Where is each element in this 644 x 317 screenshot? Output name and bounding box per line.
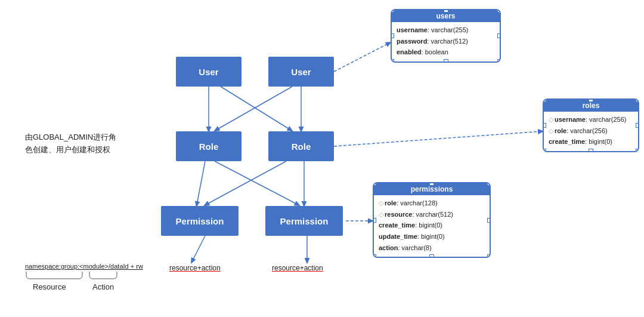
users-field-enabled: enabled: boolean [397, 47, 495, 58]
chinese-description: 由GLOBAL_ADMIN进行角 色创建、用户创建和授权 [25, 131, 129, 156]
role1-node: Role [176, 131, 242, 161]
resource-bottom-label: Resource [33, 282, 66, 291]
users-field-password: password: varchar(512) [397, 36, 495, 47]
permissions-card-body: ◇role: varchar(128) ◇resource: varchar(5… [374, 195, 490, 257]
user1-label: User [199, 67, 218, 77]
role1-label: Role [199, 141, 219, 152]
resource-action2-label: resource+action [272, 264, 323, 272]
users-card: users username: varchar(255) password: v… [391, 9, 501, 63]
namespace-label: namespace:group:<module>/dataId + rw [25, 263, 143, 270]
roles-field-role: ◇role: varchar(256) [549, 125, 633, 137]
brace-svg [25, 270, 180, 281]
roles-field-create-time: create_time: bigint(0) [549, 136, 633, 147]
svg-line-2 [216, 87, 292, 130]
perms-field-resource: ◇resource: varchar(512) [379, 209, 485, 220]
svg-line-11 [334, 131, 541, 146]
perm2-label: Permission [280, 216, 329, 226]
roles-card: roles ◇username: varchar(256) ◇role: var… [543, 99, 639, 152]
svg-line-8 [192, 236, 205, 261]
user2-label: User [291, 67, 311, 77]
permissions-card: permissions ◇role: varchar(128) ◇resourc… [373, 182, 491, 258]
canvas: User User Role Role Permission Permissio… [0, 0, 644, 317]
svg-line-6 [206, 161, 286, 205]
users-card-body: username: varchar(255) password: varchar… [392, 22, 500, 61]
perms-field-update-time: update_time: bigint(0) [379, 231, 485, 242]
svg-line-4 [197, 161, 205, 205]
roles-field-username: ◇username: varchar(256) [549, 114, 633, 125]
role2-node: Role [268, 131, 334, 161]
chinese-text: 由GLOBAL_ADMIN进行角 色创建、用户创建和授权 [25, 133, 116, 154]
svg-line-10 [334, 43, 389, 72]
perm2-node: Permission [265, 206, 343, 236]
users-field-username: username: varchar(255) [397, 24, 495, 36]
svg-line-5 [215, 161, 298, 205]
user2-node: User [268, 57, 334, 87]
action-bottom-label: Action [92, 282, 114, 291]
perms-field-role: ◇role: varchar(128) [379, 198, 485, 209]
svg-line-1 [221, 87, 291, 130]
perm1-label: Permission [176, 216, 224, 226]
perm1-node: Permission [161, 206, 239, 236]
perms-field-create-time: create_time: bigint(0) [379, 220, 485, 231]
role2-label: Role [292, 141, 311, 152]
user1-node: User [176, 57, 242, 87]
perms-field-action: action: varchar(8) [379, 242, 485, 254]
roles-card-body: ◇username: varchar(256) ◇role: varchar(2… [544, 112, 638, 151]
